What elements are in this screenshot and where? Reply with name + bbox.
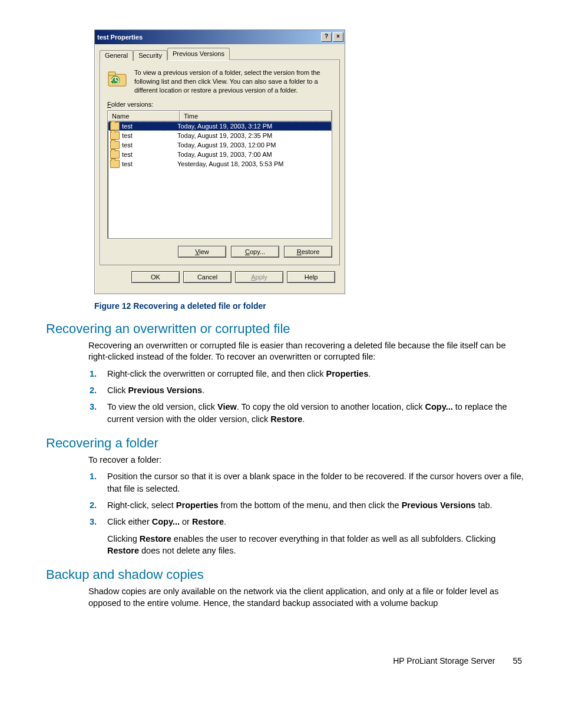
list-item: 3. Click either Copy... or Restore. xyxy=(105,516,527,528)
close-icon[interactable]: × xyxy=(333,32,343,42)
table-row[interactable]: testYesterday, August 18, 2003, 5:53 PM xyxy=(108,159,332,169)
list-item: 3. To view the old version, click View. … xyxy=(105,401,527,425)
folder-icon xyxy=(110,141,120,149)
versions-listview[interactable]: Name Time testToday, August 19, 2003, 3:… xyxy=(107,110,332,239)
figure-caption: Figure 12 Recovering a deleted file or f… xyxy=(94,301,527,311)
copy-button[interactable]: Copy... xyxy=(231,246,279,258)
tab-general[interactable]: General xyxy=(100,50,133,61)
svg-rect-1 xyxy=(108,72,115,75)
list-item: 1. Position the cursor so that it is ove… xyxy=(105,470,527,495)
folder-history-icon xyxy=(107,68,127,88)
steps-list: 1. Position the cursor so that it is ove… xyxy=(88,470,527,528)
cell-time: Today, August 19, 2003, 7:00 AM xyxy=(177,151,332,158)
body-text: Shadow copies are only available on the … xyxy=(88,586,527,609)
folder-icon xyxy=(110,131,120,140)
cell-name: test xyxy=(109,131,177,140)
folder-icon xyxy=(110,160,120,168)
title-bar: test Properties ? × xyxy=(95,30,345,44)
tab-strip: General Security Previous Versions xyxy=(100,48,340,60)
cell-name: test xyxy=(109,160,177,168)
ok-button[interactable]: OK xyxy=(131,271,180,283)
table-row[interactable]: testToday, August 19, 2003, 2:35 PM xyxy=(108,131,332,140)
tab-previous-versions[interactable]: Previous Versions xyxy=(167,48,230,60)
cell-name: test xyxy=(109,150,177,159)
heading-backup-shadow: Backup and shadow copies xyxy=(46,567,527,582)
table-row[interactable]: testToday, August 19, 2003, 12:00 PM xyxy=(108,140,332,150)
cell-time: Today, August 19, 2003, 3:12 PM xyxy=(177,123,332,130)
column-header-time[interactable]: Time xyxy=(180,111,332,121)
help-icon[interactable]: ? xyxy=(321,32,332,42)
dialog-title: test Properties xyxy=(97,34,143,41)
cancel-button[interactable]: Cancel xyxy=(183,271,232,283)
cell-name: test xyxy=(109,141,177,149)
list-item: 1. Right-click the overwritten or corrup… xyxy=(105,368,527,380)
footer-page-number: 55 xyxy=(513,656,522,666)
folder-versions-label: Folder versions: xyxy=(107,101,332,108)
tab-security[interactable]: Security xyxy=(133,50,167,61)
table-row[interactable]: testToday, August 19, 2003, 7:00 AM xyxy=(108,150,332,159)
steps-list: 1. Right-click the overwritten or corrup… xyxy=(88,368,527,425)
footer-product: HP ProLiant Storage Server xyxy=(393,656,495,666)
properties-dialog: test Properties ? × General Security Pre… xyxy=(94,29,345,294)
list-item: 2. Right-click, select Properties from t… xyxy=(105,499,527,511)
cell-time: Yesterday, August 18, 2003, 5:53 PM xyxy=(177,160,332,167)
heading-recovering-overwritten: Recovering an overwritten or corrupted f… xyxy=(46,321,527,337)
column-header-name[interactable]: Name xyxy=(108,111,180,121)
view-button[interactable]: View xyxy=(178,246,226,258)
cell-name: test xyxy=(109,122,177,130)
page-footer: HP ProLiant Storage Server 55 xyxy=(46,656,527,666)
table-row[interactable]: testToday, August 19, 2003, 3:12 PM xyxy=(108,121,332,131)
apply-button[interactable]: Apply xyxy=(235,271,283,283)
cell-time: Today, August 19, 2003, 2:35 PM xyxy=(177,132,332,139)
body-text: To recover a folder: xyxy=(88,454,527,466)
intro-text: To view a previous version of a folder, … xyxy=(134,68,332,95)
folder-icon xyxy=(110,122,120,130)
folder-icon xyxy=(110,150,120,159)
help-button[interactable]: Help xyxy=(287,271,335,283)
tab-panel: To view a previous version of a folder, … xyxy=(100,60,340,265)
heading-recovering-folder: Recovering a folder xyxy=(46,436,527,451)
cell-time: Today, August 19, 2003, 12:00 PM xyxy=(177,141,332,149)
restore-button[interactable]: Restore xyxy=(284,246,332,258)
list-item: 2. Click Previous Versions. xyxy=(105,384,527,396)
body-text: Clicking Restore enables the user to rec… xyxy=(107,533,527,557)
body-text: Recovering an overwritten or corrupted f… xyxy=(88,340,527,363)
